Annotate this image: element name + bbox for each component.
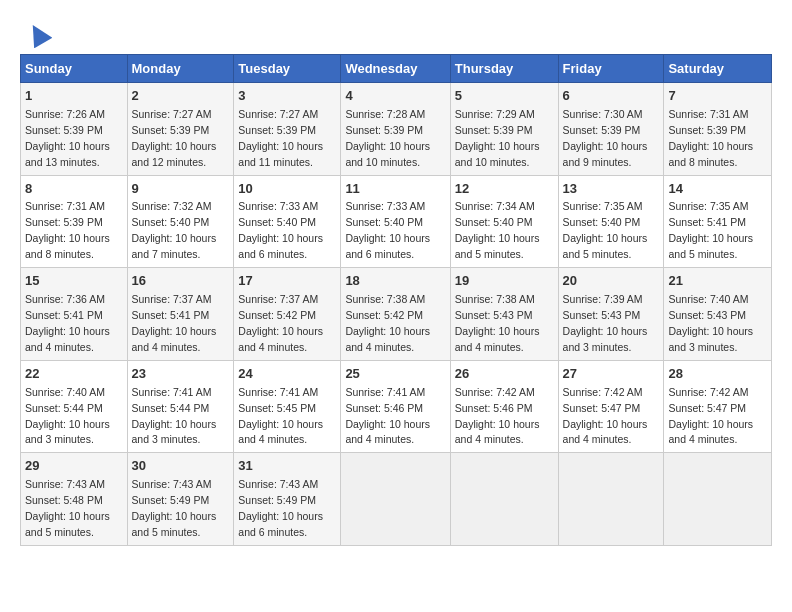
day-info: Sunrise: 7:33 AMSunset: 5:40 PMDaylight:…: [238, 200, 323, 260]
day-info: Sunrise: 7:32 AMSunset: 5:40 PMDaylight:…: [132, 200, 217, 260]
svg-marker-0: [24, 20, 52, 48]
day-info: Sunrise: 7:43 AMSunset: 5:49 PMDaylight:…: [132, 478, 217, 538]
day-number: 3: [238, 87, 336, 106]
calendar-cell: 12Sunrise: 7:34 AMSunset: 5:40 PMDayligh…: [450, 175, 558, 268]
day-number: 11: [345, 180, 445, 199]
day-info: Sunrise: 7:27 AMSunset: 5:39 PMDaylight:…: [132, 108, 217, 168]
week-row-4: 22Sunrise: 7:40 AMSunset: 5:44 PMDayligh…: [21, 360, 772, 453]
day-info: Sunrise: 7:31 AMSunset: 5:39 PMDaylight:…: [668, 108, 753, 168]
calendar-cell: 20Sunrise: 7:39 AMSunset: 5:43 PMDayligh…: [558, 268, 664, 361]
calendar-cell: 5Sunrise: 7:29 AMSunset: 5:39 PMDaylight…: [450, 83, 558, 176]
day-info: Sunrise: 7:41 AMSunset: 5:46 PMDaylight:…: [345, 386, 430, 446]
day-info: Sunrise: 7:35 AMSunset: 5:40 PMDaylight:…: [563, 200, 648, 260]
calendar-cell: 25Sunrise: 7:41 AMSunset: 5:46 PMDayligh…: [341, 360, 450, 453]
day-number: 7: [668, 87, 767, 106]
day-number: 13: [563, 180, 660, 199]
day-info: Sunrise: 7:41 AMSunset: 5:44 PMDaylight:…: [132, 386, 217, 446]
day-number: 14: [668, 180, 767, 199]
calendar-cell: 7Sunrise: 7:31 AMSunset: 5:39 PMDaylight…: [664, 83, 772, 176]
day-number: 10: [238, 180, 336, 199]
day-info: Sunrise: 7:37 AMSunset: 5:41 PMDaylight:…: [132, 293, 217, 353]
calendar-cell: 27Sunrise: 7:42 AMSunset: 5:47 PMDayligh…: [558, 360, 664, 453]
calendar-cell: 26Sunrise: 7:42 AMSunset: 5:46 PMDayligh…: [450, 360, 558, 453]
day-info: Sunrise: 7:28 AMSunset: 5:39 PMDaylight:…: [345, 108, 430, 168]
calendar-cell: 11Sunrise: 7:33 AMSunset: 5:40 PMDayligh…: [341, 175, 450, 268]
day-info: Sunrise: 7:38 AMSunset: 5:42 PMDaylight:…: [345, 293, 430, 353]
day-number: 5: [455, 87, 554, 106]
day-info: Sunrise: 7:42 AMSunset: 5:46 PMDaylight:…: [455, 386, 540, 446]
day-info: Sunrise: 7:43 AMSunset: 5:49 PMDaylight:…: [238, 478, 323, 538]
page-header: [20, 20, 772, 48]
week-row-2: 8Sunrise: 7:31 AMSunset: 5:39 PMDaylight…: [21, 175, 772, 268]
logo-icon: [24, 20, 52, 48]
day-number: 15: [25, 272, 123, 291]
calendar-cell: 3Sunrise: 7:27 AMSunset: 5:39 PMDaylight…: [234, 83, 341, 176]
day-info: Sunrise: 7:33 AMSunset: 5:40 PMDaylight:…: [345, 200, 430, 260]
calendar-cell: 21Sunrise: 7:40 AMSunset: 5:43 PMDayligh…: [664, 268, 772, 361]
calendar-cell: 14Sunrise: 7:35 AMSunset: 5:41 PMDayligh…: [664, 175, 772, 268]
day-number: 6: [563, 87, 660, 106]
header-cell-saturday: Saturday: [664, 55, 772, 83]
calendar-cell: 31Sunrise: 7:43 AMSunset: 5:49 PMDayligh…: [234, 453, 341, 546]
day-number: 30: [132, 457, 230, 476]
calendar-cell: 29Sunrise: 7:43 AMSunset: 5:48 PMDayligh…: [21, 453, 128, 546]
header-cell-tuesday: Tuesday: [234, 55, 341, 83]
day-number: 27: [563, 365, 660, 384]
day-number: 22: [25, 365, 123, 384]
calendar-cell: 13Sunrise: 7:35 AMSunset: 5:40 PMDayligh…: [558, 175, 664, 268]
calendar-cell: 15Sunrise: 7:36 AMSunset: 5:41 PMDayligh…: [21, 268, 128, 361]
day-number: 8: [25, 180, 123, 199]
calendar-cell: [341, 453, 450, 546]
day-info: Sunrise: 7:34 AMSunset: 5:40 PMDaylight:…: [455, 200, 540, 260]
header-row: SundayMondayTuesdayWednesdayThursdayFrid…: [21, 55, 772, 83]
day-number: 18: [345, 272, 445, 291]
day-info: Sunrise: 7:40 AMSunset: 5:44 PMDaylight:…: [25, 386, 110, 446]
day-info: Sunrise: 7:41 AMSunset: 5:45 PMDaylight:…: [238, 386, 323, 446]
day-info: Sunrise: 7:27 AMSunset: 5:39 PMDaylight:…: [238, 108, 323, 168]
calendar-cell: 18Sunrise: 7:38 AMSunset: 5:42 PMDayligh…: [341, 268, 450, 361]
day-number: 19: [455, 272, 554, 291]
day-number: 1: [25, 87, 123, 106]
header-cell-sunday: Sunday: [21, 55, 128, 83]
calendar-cell: 6Sunrise: 7:30 AMSunset: 5:39 PMDaylight…: [558, 83, 664, 176]
calendar-cell: 10Sunrise: 7:33 AMSunset: 5:40 PMDayligh…: [234, 175, 341, 268]
calendar-cell: 23Sunrise: 7:41 AMSunset: 5:44 PMDayligh…: [127, 360, 234, 453]
day-info: Sunrise: 7:40 AMSunset: 5:43 PMDaylight:…: [668, 293, 753, 353]
calendar-cell: 8Sunrise: 7:31 AMSunset: 5:39 PMDaylight…: [21, 175, 128, 268]
calendar-cell: 1Sunrise: 7:26 AMSunset: 5:39 PMDaylight…: [21, 83, 128, 176]
week-row-5: 29Sunrise: 7:43 AMSunset: 5:48 PMDayligh…: [21, 453, 772, 546]
calendar-cell: 2Sunrise: 7:27 AMSunset: 5:39 PMDaylight…: [127, 83, 234, 176]
day-number: 9: [132, 180, 230, 199]
calendar-cell: [664, 453, 772, 546]
day-number: 2: [132, 87, 230, 106]
calendar-table: SundayMondayTuesdayWednesdayThursdayFrid…: [20, 54, 772, 546]
header-cell-friday: Friday: [558, 55, 664, 83]
day-number: 29: [25, 457, 123, 476]
calendar-cell: [450, 453, 558, 546]
day-info: Sunrise: 7:30 AMSunset: 5:39 PMDaylight:…: [563, 108, 648, 168]
header-cell-wednesday: Wednesday: [341, 55, 450, 83]
week-row-3: 15Sunrise: 7:36 AMSunset: 5:41 PMDayligh…: [21, 268, 772, 361]
day-info: Sunrise: 7:26 AMSunset: 5:39 PMDaylight:…: [25, 108, 110, 168]
day-number: 16: [132, 272, 230, 291]
calendar-cell: 30Sunrise: 7:43 AMSunset: 5:49 PMDayligh…: [127, 453, 234, 546]
day-info: Sunrise: 7:37 AMSunset: 5:42 PMDaylight:…: [238, 293, 323, 353]
day-number: 12: [455, 180, 554, 199]
calendar-cell: 28Sunrise: 7:42 AMSunset: 5:47 PMDayligh…: [664, 360, 772, 453]
calendar-cell: 22Sunrise: 7:40 AMSunset: 5:44 PMDayligh…: [21, 360, 128, 453]
day-number: 31: [238, 457, 336, 476]
day-info: Sunrise: 7:36 AMSunset: 5:41 PMDaylight:…: [25, 293, 110, 353]
logo: [20, 20, 52, 48]
header-cell-monday: Monday: [127, 55, 234, 83]
day-info: Sunrise: 7:39 AMSunset: 5:43 PMDaylight:…: [563, 293, 648, 353]
day-number: 26: [455, 365, 554, 384]
day-info: Sunrise: 7:43 AMSunset: 5:48 PMDaylight:…: [25, 478, 110, 538]
day-number: 23: [132, 365, 230, 384]
day-number: 21: [668, 272, 767, 291]
day-info: Sunrise: 7:42 AMSunset: 5:47 PMDaylight:…: [668, 386, 753, 446]
calendar-cell: 17Sunrise: 7:37 AMSunset: 5:42 PMDayligh…: [234, 268, 341, 361]
day-info: Sunrise: 7:31 AMSunset: 5:39 PMDaylight:…: [25, 200, 110, 260]
day-number: 28: [668, 365, 767, 384]
calendar-cell: 9Sunrise: 7:32 AMSunset: 5:40 PMDaylight…: [127, 175, 234, 268]
calendar-cell: [558, 453, 664, 546]
